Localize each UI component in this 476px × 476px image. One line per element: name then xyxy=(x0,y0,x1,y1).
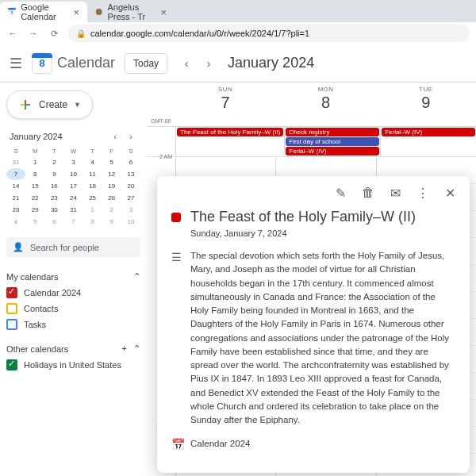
allday-cell[interactable]: Check registryFirst day of schoolFerial–… xyxy=(284,127,380,156)
mini-day[interactable]: 11 xyxy=(83,168,102,180)
mini-dow: S xyxy=(121,146,140,156)
checkbox[interactable] xyxy=(6,303,17,314)
mini-day[interactable]: 15 xyxy=(25,180,44,192)
mini-day[interactable]: 23 xyxy=(44,192,63,204)
mini-day[interactable]: 12 xyxy=(102,168,121,180)
mini-day[interactable]: 3 xyxy=(63,156,83,168)
edit-icon[interactable]: ✎ xyxy=(336,186,346,201)
chevron-up-icon: ⌃ xyxy=(133,344,140,354)
checkbox[interactable] xyxy=(6,319,17,330)
gcal-favicon-icon: 8 xyxy=(8,6,16,17)
mini-day[interactable]: 4 xyxy=(83,156,102,168)
mini-prev-icon[interactable]: ‹ xyxy=(109,132,121,141)
mini-day[interactable]: 26 xyxy=(102,192,121,204)
mini-day[interactable]: 10 xyxy=(121,216,140,228)
mini-day[interactable]: 9 xyxy=(102,216,121,228)
mini-day[interactable]: 28 xyxy=(6,204,25,216)
add-calendar-icon[interactable]: + xyxy=(122,344,127,354)
forward-icon[interactable]: → xyxy=(27,27,40,40)
calendar-item[interactable]: Calendar 2024 xyxy=(6,285,140,301)
mini-day[interactable]: 1 xyxy=(83,204,102,216)
calendar-item[interactable]: Holidays in United States xyxy=(6,357,140,373)
today-button[interactable]: Today xyxy=(125,53,167,74)
day-of-week: TUE xyxy=(376,86,476,93)
allday-cell[interactable]: Ferial–W (IV) xyxy=(380,127,476,156)
mini-day[interactable]: 25 xyxy=(83,192,102,204)
mini-day[interactable]: 29 xyxy=(25,204,44,216)
mini-day[interactable]: 5 xyxy=(102,156,121,168)
browser-tab[interactable]: 8 Google Calendar × xyxy=(0,2,87,22)
event-description: The special devotion which sets forth th… xyxy=(190,249,455,427)
mini-day[interactable]: 17 xyxy=(63,180,83,192)
mini-day[interactable]: 6 xyxy=(44,216,63,228)
search-people-input[interactable]: 👤 Search for people xyxy=(6,237,140,257)
back-icon[interactable]: ← xyxy=(6,27,19,40)
app-name: Calendar xyxy=(57,55,115,71)
mini-day[interactable]: 30 xyxy=(44,204,63,216)
close-icon[interactable]: ✕ xyxy=(445,186,455,201)
mini-day[interactable]: 16 xyxy=(44,180,63,192)
delete-icon[interactable]: 🗑 xyxy=(362,186,374,201)
next-week-icon[interactable]: › xyxy=(199,54,218,73)
mini-day[interactable]: 1 xyxy=(25,156,44,168)
mini-dow: S xyxy=(6,146,25,156)
browser-chrome: 8 Google Calendar × Angelus Press - Tr ×… xyxy=(0,0,476,44)
mini-day[interactable]: 9 xyxy=(44,168,63,180)
mini-day[interactable]: 14 xyxy=(6,180,25,192)
mini-day[interactable]: 2 xyxy=(44,156,63,168)
event-chip[interactable]: First day of school xyxy=(286,137,379,146)
calendar-icon: 📅 xyxy=(171,438,181,451)
mini-dow: W xyxy=(63,146,83,156)
mini-next-icon[interactable]: › xyxy=(125,132,137,141)
mini-day[interactable]: 24 xyxy=(63,192,83,204)
url-input[interactable]: 🔒 calendar.google.com/calendar/u/0/r/wee… xyxy=(68,25,470,42)
reload-icon[interactable]: ⟳ xyxy=(48,27,60,40)
mini-day[interactable]: 18 xyxy=(83,180,102,192)
mini-day[interactable]: 3 xyxy=(121,204,140,216)
mini-day[interactable]: 7 xyxy=(6,168,25,180)
hamburger-icon[interactable]: ☰ xyxy=(10,55,22,72)
close-tab-icon[interactable]: × xyxy=(73,6,79,18)
mini-day[interactable]: 31 xyxy=(63,204,83,216)
my-calendars-toggle[interactable]: My calendars ⌃ xyxy=(6,268,140,285)
calendar-item[interactable]: Tasks xyxy=(6,317,140,332)
mini-day[interactable]: 22 xyxy=(25,192,44,204)
day-header[interactable]: MON8 xyxy=(275,83,375,126)
event-chip[interactable]: Ferial–W (IV) xyxy=(286,147,379,155)
mini-dow: T xyxy=(44,146,63,156)
create-button[interactable]: Create ▼ xyxy=(6,90,93,119)
checkbox[interactable] xyxy=(6,359,17,370)
mini-day[interactable]: 31 xyxy=(6,156,25,168)
event-chip[interactable]: The Feast of the Holy Family–W (II) xyxy=(177,128,283,136)
app-logo[interactable]: 8 Calendar xyxy=(32,53,115,74)
mini-day[interactable]: 13 xyxy=(121,168,140,180)
browser-tab[interactable]: Angelus Press - Tr × xyxy=(87,2,175,22)
day-of-week: SUN xyxy=(175,86,275,93)
mini-day[interactable]: 20 xyxy=(121,180,140,192)
mini-day[interactable]: 6 xyxy=(121,156,140,168)
mini-day[interactable]: 19 xyxy=(102,180,121,192)
mini-day[interactable]: 2 xyxy=(102,204,121,216)
mini-day[interactable]: 7 xyxy=(63,216,83,228)
mini-day[interactable]: 4 xyxy=(6,216,25,228)
search-placeholder: Search for people xyxy=(30,243,99,252)
other-calendars-toggle[interactable]: Other calendars + ⌃ xyxy=(6,340,140,357)
event-chip[interactable]: Check registry xyxy=(286,128,379,136)
allday-cell[interactable]: The Feast of the Holy Family–W (II) xyxy=(175,127,284,156)
mini-day[interactable]: 21 xyxy=(6,192,25,204)
mini-day[interactable]: 8 xyxy=(83,216,102,228)
mini-day[interactable]: 27 xyxy=(121,192,140,204)
mini-day[interactable]: 8 xyxy=(25,168,44,180)
event-calendar-name: Calendar 2024 xyxy=(190,439,250,448)
mini-day[interactable]: 5 xyxy=(25,216,44,228)
day-header[interactable]: TUE9 xyxy=(376,83,476,126)
prev-week-icon[interactable]: ‹ xyxy=(177,54,196,73)
mini-day[interactable]: 10 xyxy=(63,168,83,180)
calendar-item[interactable]: Contacts xyxy=(6,301,140,317)
day-header[interactable]: SUN7 xyxy=(175,83,275,126)
more-options-icon[interactable]: ⋮ xyxy=(416,186,429,201)
email-icon[interactable]: ✉ xyxy=(390,186,401,201)
checkbox[interactable] xyxy=(6,287,17,298)
close-tab-icon[interactable]: × xyxy=(160,6,167,18)
event-chip[interactable]: Ferial–W (IV) xyxy=(382,128,475,136)
